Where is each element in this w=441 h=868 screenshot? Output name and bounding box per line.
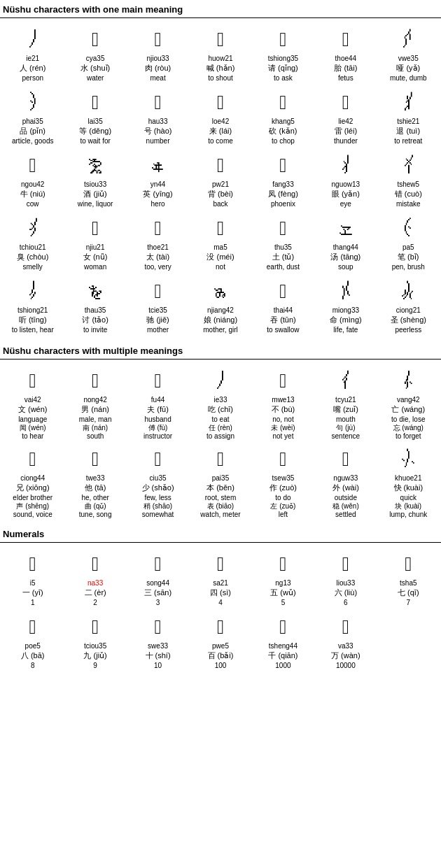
chinese-thoe21: 太 (tài) [146, 252, 169, 262]
chinese-huow21: 喊 (hǎn) [206, 63, 235, 73]
meaning-song44: 3 [156, 599, 160, 607]
nushu-thoe21: 𛅠 [154, 215, 161, 242]
chinese-ie33: 吃 (chī) [208, 404, 233, 415]
cell-hau33: 𛄻 hau33 号 (hào) number [127, 87, 189, 150]
code-miong33: miong33 [332, 306, 359, 314]
chinese-nong42: 男 (nán) [81, 404, 109, 415]
cell-lai35: 𛅍 lai35 等 (děng) to wait for [64, 87, 126, 150]
meaning2b-tcyu21: sentence [332, 432, 360, 441]
meaning-tsiou33: wine, liquor [78, 200, 113, 208]
code-tsheng44: tsheng44 [269, 642, 298, 650]
nushu-poe5: 𛄸 [29, 614, 36, 641]
chinese-njiu21: 女 (nǚ) [83, 252, 108, 262]
chinese-thai44: 吞 (tūn) [270, 315, 296, 325]
cell-pa5: 𛅷 pa5 笔 (bǐ) pen, brush [377, 213, 440, 276]
code-thu35: thu35 [274, 243, 292, 251]
code-tsiou33: tsiou33 [84, 180, 106, 188]
code-hau33: hau33 [148, 118, 168, 125]
meaning-njiang42: mother, girl [203, 326, 237, 334]
cell-tshiong21: 𛅱 tshiong21 听 (tīng) to listen, hear [1, 276, 64, 339]
cell-fang33: 𛅅 fang33 凤 (fèng) phoenix [252, 150, 314, 213]
cell-ciu35: 𛅖 ciu35 少 (shǎo) few, less 稍 (shāo) some… [127, 443, 189, 522]
nushu-ngou42: 𛄶 [29, 152, 36, 179]
meaning-njiou33: meat [150, 74, 165, 83]
nushu-tsiou33: 𛅑 [85, 152, 105, 179]
code-i5: i5 [30, 579, 36, 587]
cell-tsheng44: 𛄼 tsheng44 千 (qiān) 1000 [252, 611, 314, 674]
nushu-tsheng44: 𛄼 [279, 614, 286, 641]
chinese-tsha5: 七 (qī) [398, 588, 419, 598]
cell-phai35: 𛅶 phai35 品 (pǐn) article, goods [1, 87, 64, 150]
meaning2b-mwe13: not yet [272, 432, 293, 441]
cell-mwe13: 𛅁 mwe13 不 (bù) no, not 未 (wèi) not yet [252, 365, 314, 443]
cell-song44: 𛄳 song44 三 (sān) 3 [127, 548, 189, 611]
meaning2-pai35: 表 (biāo) [207, 502, 234, 511]
cell-va33: 𛄽 va33 万 (wàn) 10000 [314, 611, 377, 674]
meaning-thai44: to swallow [267, 326, 299, 334]
chinese-cya35: 水 (shuǐ) [80, 63, 110, 73]
chinese-fu44: 夫 (fū) [147, 404, 169, 415]
cell-ma5: 𛅈 ma5 没 (méi) not [189, 213, 251, 276]
nushu-lai35: 𛅍 [92, 90, 99, 116]
code-pwe5: pwe5 [212, 642, 229, 650]
cell-poe5: 𛄸 poe5 八 (bā) 8 [1, 611, 64, 674]
cell-thu35: 𛅆 thu35 土 (tǔ) earth, dust [252, 213, 314, 276]
meaning-miong33: life, fate [333, 326, 358, 334]
cell-thang44: 𛅥 thang44 汤 (tāng) soup [314, 213, 377, 276]
cell-khuoe21: 𛅿 khuoe21 快 (kuài) quick 块 (kuài) lump, … [377, 443, 440, 522]
chinese-hau33: 号 (hào) [144, 126, 172, 136]
nushu-vai42: 𛄷 [29, 368, 36, 394]
cell-vwe35: 𛅾 vwe35 哑 (yǎ) mute, dumb [377, 24, 440, 87]
meaning2b-vai42: to hear [22, 432, 43, 441]
nushu-thoe44: 𛅡 [342, 27, 349, 53]
chinese-ma5: 没 (méi) [206, 252, 234, 262]
code-tchiou21: tchiou21 [20, 243, 46, 251]
code-tsha5: tsha5 [400, 579, 416, 587]
nushu-huow21: 𛄺 [217, 27, 224, 53]
nushu-va33: 𛄽 [342, 614, 349, 641]
cell-njiou33: 𛅕 njiou33 肉 (ròu) meat [127, 24, 189, 87]
grid-one-meaning: 𛅰 ie21 人 (rén) person 𛄼 cya35 水 (shuǐ) w… [0, 21, 441, 341]
meaning-tciou35: 9 [93, 662, 97, 670]
code-fang33: fang33 [272, 180, 294, 188]
cell-njiu21: 𛅎 njiu21 女 (nǚ) woman [64, 213, 126, 276]
cell-tciou35: 𛄹 tciou35 九 (jiǔ) 9 [64, 611, 126, 674]
meaning-i5: 1 [31, 599, 35, 607]
cell-ciong21: 𛅸 ciong21 圣 (shèng) peerless [377, 276, 440, 339]
meaning-phai35: article, goods [12, 137, 53, 145]
chinese-fang33: 凤 (fèng) [268, 189, 298, 199]
nushu-fang33: 𛅅 [279, 152, 286, 179]
nushu-khang5: 𛅄 [279, 90, 286, 116]
code-nguow13: nguow13 [332, 180, 360, 188]
nushu-nguow13: 𛅵 [336, 152, 356, 179]
meaning2b-nong42: south [87, 432, 104, 441]
meaning-ciong44: elder brother [13, 494, 52, 502]
cell-nong42: 𛅏 nong42 男 (nán) male, man 南 (nán) south [64, 365, 126, 443]
meaning2b-pai35: watch, meter [200, 511, 240, 519]
meaning-liou33: 6 [344, 599, 348, 607]
nushu-tcie35: 𛅙 [154, 278, 161, 305]
nushu-tciou35: 𛄹 [92, 614, 99, 641]
meaning2-tsew35: 左 (zuǒ) [270, 502, 295, 511]
meaning-tshew5: mistake [396, 200, 420, 208]
nushu-thai44: 𛅣 [279, 278, 286, 305]
nushu-njiou33: 𛅕 [154, 27, 161, 53]
chinese-liou33: 六 (liù) [335, 588, 357, 598]
code-poe5: poe5 [25, 642, 41, 650]
meaning-pwe5: 100 [215, 662, 227, 670]
nushu-ciong21: 𛅸 [398, 278, 418, 305]
cell-thau35: 𛅒 thau35 讨 (tǎo) to invite [64, 276, 126, 339]
meaning-pai35: root, stem [205, 494, 236, 502]
meaning-nguow13: eye [340, 200, 351, 208]
chinese-njiou33: 肉 (ròu) [145, 63, 171, 73]
meaning2b-tsew35: left [279, 511, 288, 519]
chinese-pw21: 背 (bèi) [208, 189, 233, 199]
meaning2-mwe13: 未 (wèi) [271, 424, 295, 432]
cell-huow21: 𛄺 huow21 喊 (hǎn) to shout [189, 24, 251, 87]
meaning2b-vang42: to forget [396, 432, 421, 441]
nushu-ciu35: 𛅖 [154, 446, 161, 473]
nushu-loe42: 𛅃 [217, 90, 224, 116]
meaning-tshiong21: to listen, hear [12, 326, 54, 334]
meaning-lai35: to wait for [80, 137, 110, 145]
section-numerals: Numerals 𛄱 i5 一 (yī) 1 𛄲 na33 二 (èr) 2 𛄳… [0, 525, 441, 677]
